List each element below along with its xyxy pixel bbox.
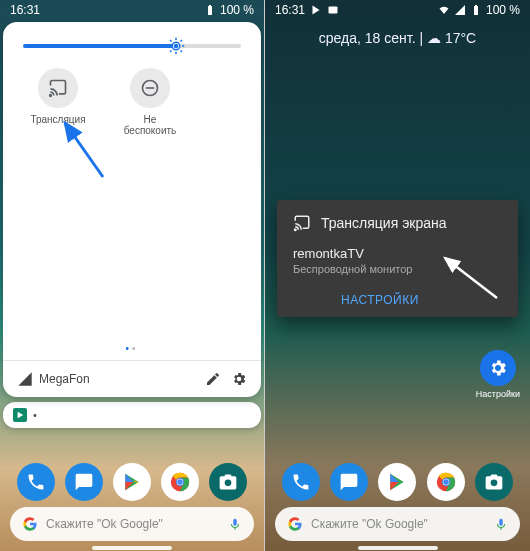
messages-app[interactable]	[65, 463, 103, 501]
play-store-app[interactable]	[113, 463, 151, 501]
date-label: среда, 18 сент.	[319, 30, 416, 46]
battery-pct: 100 %	[486, 3, 520, 17]
search-bar[interactable]: Скажите "Ok Google"	[275, 507, 520, 541]
gear-icon	[488, 358, 508, 378]
messages-app[interactable]	[330, 463, 368, 501]
status-time: 16:31	[10, 3, 40, 17]
camera-app[interactable]	[475, 463, 513, 501]
phone-left: 16:31 100 % Трансляция	[0, 0, 265, 551]
notification-card[interactable]: •	[3, 402, 261, 428]
settings-shortcut-label: Настройки	[476, 389, 520, 399]
quick-settings-panel: Трансляция Не беспокоить •• MegaFon	[3, 22, 261, 397]
dock	[0, 463, 264, 501]
notification-app-icon	[13, 408, 27, 422]
temp-label: 17°C	[445, 30, 476, 46]
statusbar-right: 16:31 100 %	[265, 0, 530, 20]
nav-bar[interactable]	[265, 543, 530, 551]
cast-dialog-title: Трансляция экрана	[321, 215, 447, 231]
card-notif-icon	[327, 4, 339, 16]
svg-line-7	[180, 51, 182, 53]
google-icon	[287, 516, 303, 532]
header-sep: |	[419, 30, 423, 46]
notification-dot: •	[33, 409, 37, 421]
search-bar[interactable]: Скажите "Ok Google"	[10, 507, 254, 541]
battery-icon	[470, 4, 482, 16]
search-placeholder: Скажите "Ok Google"	[46, 517, 163, 531]
phone-right: 16:31 100 % среда, 18 сент. | ☁ 17°C Тра…	[265, 0, 530, 551]
weather-icon: ☁	[427, 30, 441, 46]
svg-point-23	[177, 479, 183, 485]
brightness-icon	[167, 37, 185, 55]
svg-line-8	[170, 51, 172, 53]
dnd-tile-label: Не беспокоить	[117, 114, 183, 136]
dnd-tile[interactable]: Не беспокоить	[117, 68, 183, 136]
google-icon	[22, 516, 38, 532]
chrome-app[interactable]	[427, 463, 465, 501]
svg-point-26	[295, 229, 297, 231]
dnd-icon	[140, 78, 160, 98]
settings-shortcut[interactable]: Настройки	[476, 350, 520, 399]
camera-app[interactable]	[209, 463, 247, 501]
svg-point-10	[50, 95, 52, 97]
mic-icon[interactable]	[228, 517, 242, 531]
pencil-icon[interactable]	[205, 371, 221, 387]
brightness-thumb[interactable]	[167, 37, 185, 55]
svg-point-1	[173, 44, 178, 49]
nav-bar[interactable]	[0, 543, 264, 551]
cast-icon	[293, 214, 311, 232]
brightness-slider[interactable]	[23, 44, 241, 48]
phone-app[interactable]	[282, 463, 320, 501]
phone-app[interactable]	[17, 463, 55, 501]
svg-line-28	[445, 258, 497, 298]
battery-pct: 100 %	[220, 3, 254, 17]
battery-icon	[204, 4, 216, 16]
annotation-arrow	[435, 250, 505, 305]
play-store-app[interactable]	[378, 463, 416, 501]
search-placeholder: Скажите "Ok Google"	[311, 517, 428, 531]
status-time: 16:31	[275, 3, 305, 17]
svg-line-9	[180, 40, 182, 42]
page-indicator: ••	[3, 343, 261, 360]
annotation-arrow	[55, 115, 110, 185]
svg-marker-13	[18, 412, 24, 418]
signal-icon	[454, 4, 466, 16]
svg-marker-24	[313, 6, 320, 15]
chrome-app[interactable]	[161, 463, 199, 501]
play-notif-icon	[310, 4, 322, 16]
carrier-label: MegaFon	[17, 371, 195, 387]
signal-icon	[17, 371, 33, 387]
statusbar-left: 16:31 100 %	[0, 0, 264, 20]
svg-point-35	[443, 479, 449, 485]
home-header: среда, 18 сент. | ☁ 17°C	[265, 20, 530, 56]
wifi-icon	[438, 4, 450, 16]
brightness-fill	[23, 44, 176, 48]
qs-footer: MegaFon	[3, 360, 261, 397]
svg-line-6	[170, 40, 172, 42]
tiles-row: Трансляция Не беспокоить	[3, 58, 261, 146]
mic-icon[interactable]	[494, 517, 508, 531]
dock	[265, 463, 530, 501]
cast-icon	[48, 78, 68, 98]
svg-rect-25	[329, 7, 338, 14]
gear-icon[interactable]	[231, 371, 247, 387]
svg-line-15	[65, 123, 103, 177]
